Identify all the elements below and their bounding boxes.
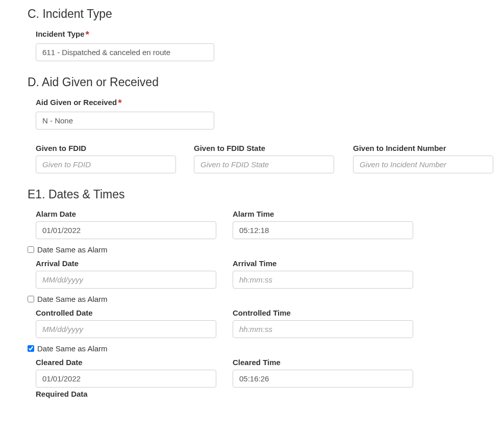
cleared-same-as-alarm-label: Date Same as Alarm [37, 344, 108, 353]
controlled-date-input[interactable] [36, 320, 216, 338]
given-to-fdid-label: Given to FDID [36, 144, 194, 152]
incident-type-label: Incident Type* [36, 29, 499, 40]
aid-label: Aid Given or Received* [36, 97, 499, 109]
cleared-same-as-alarm-checkbox[interactable] [28, 345, 34, 352]
alarm-time-label: Alarm Time [233, 210, 430, 218]
alarm-time-input[interactable] [233, 221, 413, 239]
controlled-date-label: Controlled Date [36, 308, 233, 317]
arrival-date-label: Arrival Date [36, 259, 233, 268]
given-to-fdid-input[interactable] [36, 156, 176, 173]
required-data-note: Required Data [36, 390, 499, 398]
cleared-date-label: Cleared Date [36, 358, 233, 367]
required-asterisk-icon: * [86, 29, 89, 40]
controlled-same-as-alarm-checkbox[interactable] [28, 296, 34, 302]
controlled-time-input[interactable] [233, 320, 413, 338]
given-to-incident-number-input[interactable] [353, 156, 493, 173]
section-e1-heading: E1. Dates & Times [28, 188, 499, 201]
aid-input[interactable] [36, 112, 214, 130]
controlled-time-label: Controlled Time [233, 308, 430, 317]
arrival-time-input[interactable] [233, 271, 413, 289]
given-to-fdid-state-input[interactable] [194, 156, 334, 173]
arrival-time-label: Arrival Time [233, 259, 430, 268]
controlled-same-as-alarm-label: Date Same as Alarm [37, 295, 108, 303]
given-to-incident-number-label: Given to Incident Number [353, 144, 494, 152]
arrival-same-as-alarm-label: Date Same as Alarm [37, 245, 108, 254]
incident-type-input[interactable] [36, 43, 214, 61]
alarm-date-input[interactable] [36, 221, 216, 239]
arrival-same-as-alarm-checkbox[interactable] [28, 246, 34, 253]
given-to-fdid-state-label: Given to FDID State [194, 144, 353, 152]
cleared-time-label: Cleared Time [233, 358, 430, 367]
arrival-date-input[interactable] [36, 271, 216, 289]
cleared-date-input[interactable] [36, 370, 216, 388]
section-d-heading: D. Aid Given or Received [28, 75, 499, 89]
required-asterisk-icon: * [118, 97, 121, 108]
alarm-date-label: Alarm Date [36, 210, 233, 218]
cleared-time-input[interactable] [233, 370, 413, 388]
section-c-heading: C. Incident Type [28, 7, 499, 21]
